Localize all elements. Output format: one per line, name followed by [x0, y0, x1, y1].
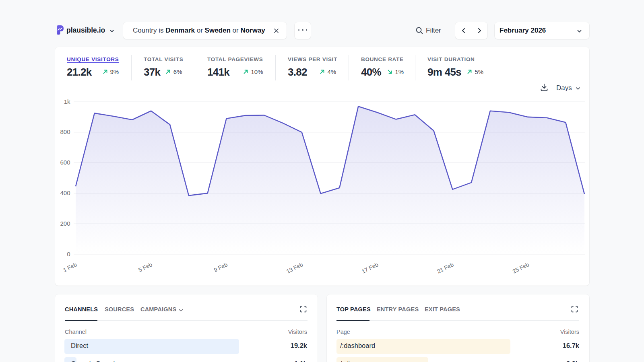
svg-text:1k: 1k	[64, 98, 70, 105]
svg-text:5 Feb: 5 Feb	[137, 261, 153, 273]
svg-text:25 Feb: 25 Feb	[512, 261, 530, 275]
svg-text:200: 200	[60, 220, 70, 227]
svg-text:400: 400	[60, 189, 70, 196]
svg-text:17 Feb: 17 Feb	[361, 261, 379, 275]
svg-text:800: 800	[60, 128, 70, 135]
svg-text:600: 600	[60, 159, 70, 166]
svg-text:21 Feb: 21 Feb	[436, 261, 454, 275]
svg-text:13 Feb: 13 Feb	[285, 261, 304, 275]
svg-text:1 Feb: 1 Feb	[62, 261, 78, 273]
svg-text:9 Feb: 9 Feb	[213, 261, 229, 273]
svg-text:0: 0	[67, 251, 70, 257]
